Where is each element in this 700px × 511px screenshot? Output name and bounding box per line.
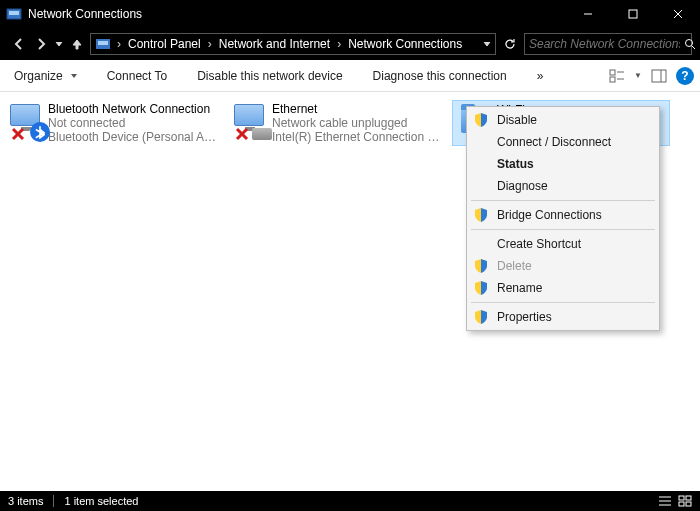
search-input[interactable] [525, 37, 684, 51]
maximize-button[interactable] [610, 0, 655, 28]
preview-pane-button[interactable] [648, 65, 670, 87]
svg-rect-25 [679, 502, 684, 506]
menu-delete-label: Delete [497, 259, 532, 273]
connection-device: Bluetooth Device (Personal Area ... [48, 130, 218, 144]
status-item-count: 3 items [8, 495, 43, 507]
crumb-control-panel[interactable]: Control Panel [123, 34, 206, 54]
search-box[interactable] [524, 33, 692, 55]
chevron-right-icon[interactable]: › [206, 37, 214, 51]
help-button[interactable]: ? [676, 67, 694, 85]
bluetooth-icon [30, 122, 50, 142]
menu-disable[interactable]: Disable [469, 109, 657, 131]
connection-name: Ethernet [272, 102, 442, 116]
shield-icon [473, 112, 489, 128]
overflow-label: » [537, 69, 544, 83]
diagnose-button[interactable]: Diagnose this connection [365, 65, 515, 87]
svg-rect-24 [686, 496, 691, 500]
connection-ethernet[interactable]: Ethernet Network cable unplugged Intel(R… [228, 100, 446, 146]
connection-name: Bluetooth Network Connection [48, 102, 218, 116]
address-bar[interactable]: › Control Panel › Network and Internet ›… [90, 33, 496, 55]
connection-device: Intel(R) Ethernet Connection (3) I... [272, 130, 442, 144]
refresh-button[interactable] [502, 33, 518, 55]
svg-rect-1 [9, 11, 19, 15]
menu-rename-label: Rename [497, 281, 542, 295]
overflow-button[interactable]: » [529, 65, 552, 87]
bluetooth-adapter-icon [8, 102, 48, 142]
chevron-right-icon[interactable]: › [335, 37, 343, 51]
connection-status: Not connected [48, 116, 218, 130]
address-dropdown-icon[interactable] [479, 33, 495, 55]
shield-icon [473, 258, 489, 274]
search-icon[interactable] [684, 38, 696, 50]
titlebar: Network Connections [0, 0, 700, 28]
organize-label: Organize [14, 69, 63, 83]
menu-diagnose-label: Diagnose [497, 179, 548, 193]
menu-separator [471, 229, 655, 230]
menu-connect-disconnect[interactable]: Connect / Disconnect [469, 131, 657, 153]
svg-rect-3 [629, 10, 637, 18]
status-separator [53, 495, 54, 507]
menu-bridge-label: Bridge Connections [497, 208, 602, 222]
context-menu: Disable Connect / Disconnect Status Diag… [466, 106, 660, 331]
svg-rect-26 [686, 502, 691, 506]
large-icons-view-icon[interactable] [678, 495, 692, 507]
menu-create-shortcut[interactable]: Create Shortcut [469, 233, 657, 255]
svg-rect-14 [652, 70, 666, 82]
view-options-button[interactable] [606, 65, 628, 87]
minimize-button[interactable] [565, 0, 610, 28]
organize-menu[interactable]: Organize [6, 65, 85, 87]
chevron-down-icon[interactable]: ▼ [634, 71, 642, 80]
chevron-right-icon[interactable]: › [115, 37, 123, 51]
menu-rename[interactable]: Rename [469, 277, 657, 299]
up-button[interactable] [66, 33, 88, 55]
status-selection: 1 item selected [64, 495, 138, 507]
crumb-network-and-internet[interactable]: Network and Internet [214, 34, 335, 54]
forward-button[interactable] [30, 33, 52, 55]
connection-bluetooth[interactable]: Bluetooth Network Connection Not connect… [4, 100, 222, 146]
svg-rect-23 [679, 496, 684, 500]
back-button[interactable] [8, 33, 30, 55]
connection-status: Network cable unplugged [272, 116, 442, 130]
crumb-network-connections[interactable]: Network Connections [343, 34, 467, 54]
svg-rect-11 [610, 77, 615, 82]
ethernet-adapter-icon [232, 102, 272, 142]
window-title: Network Connections [28, 7, 565, 21]
command-bar: Organize Connect To Disable this network… [0, 60, 700, 92]
menu-delete: Delete [469, 255, 657, 277]
menu-properties-label: Properties [497, 310, 552, 324]
menu-status-label: Status [497, 157, 534, 171]
diagnose-label: Diagnose this connection [373, 69, 507, 83]
svg-line-9 [692, 46, 695, 49]
connect-to-label: Connect To [107, 69, 168, 83]
menu-separator [471, 200, 655, 201]
svg-point-8 [686, 40, 693, 47]
close-button[interactable] [655, 0, 700, 28]
menu-status[interactable]: Status [469, 153, 657, 175]
menu-diagnose[interactable]: Diagnose [469, 175, 657, 197]
shield-icon [473, 309, 489, 325]
error-x-icon [10, 126, 26, 142]
disable-device-button[interactable]: Disable this network device [189, 65, 350, 87]
window-buttons [565, 0, 700, 28]
menu-properties[interactable]: Properties [469, 306, 657, 328]
menu-connect-label: Connect / Disconnect [497, 135, 611, 149]
svg-rect-10 [610, 70, 615, 75]
ethernet-plug-icon [252, 128, 272, 140]
content-area: Bluetooth Network Connection Not connect… [0, 92, 700, 495]
shield-icon [473, 207, 489, 223]
menu-shortcut-label: Create Shortcut [497, 237, 581, 251]
error-x-icon [234, 126, 250, 142]
menu-bridge[interactable]: Bridge Connections [469, 204, 657, 226]
disable-device-label: Disable this network device [197, 69, 342, 83]
svg-rect-7 [98, 41, 108, 45]
recent-dropdown-icon[interactable] [52, 33, 66, 55]
status-bar: 3 items 1 item selected [0, 491, 700, 511]
connect-to-button[interactable]: Connect To [99, 65, 176, 87]
shield-icon [473, 280, 489, 296]
menu-disable-label: Disable [497, 113, 537, 127]
navbar: › Control Panel › Network and Internet ›… [0, 28, 700, 60]
menu-separator [471, 302, 655, 303]
details-view-icon[interactable] [658, 495, 672, 507]
location-icon [95, 36, 111, 52]
control-panel-icon [6, 6, 22, 22]
